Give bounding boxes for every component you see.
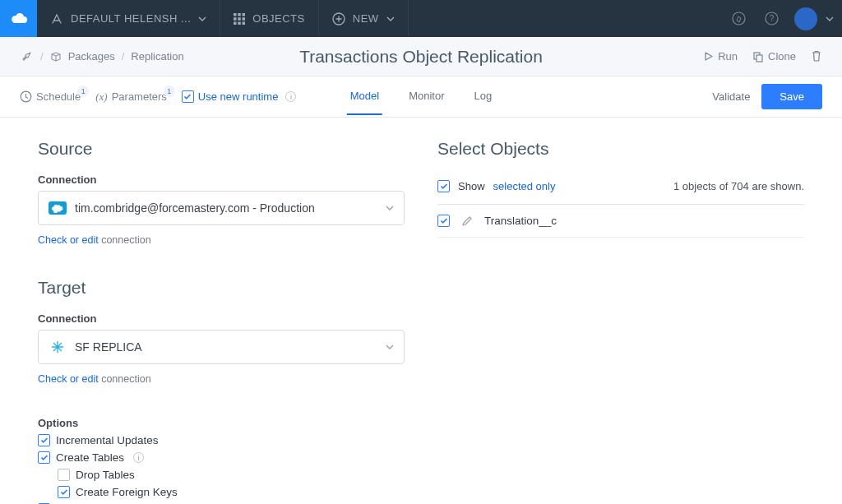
user-menu-chevron[interactable] [821,0,842,37]
fx-icon: (x) [95,90,107,104]
objects-filter-row: Show selected only 1 objects of 704 are … [437,173,804,205]
use-new-runtime-toggle[interactable]: Use new runtime i [182,90,297,103]
option-drop-tables[interactable]: Drop Tables [58,469,405,481]
svg-rect-3 [234,17,237,21]
svg-text:?: ? [769,14,774,23]
workspace-selector[interactable]: DEFAULT HELENSH ... [37,0,220,37]
schedule-button[interactable]: Schedule 1 [20,90,81,103]
salesforce-icon [49,201,67,215]
schedule-badge: 1 [77,86,89,97]
chevron-down-icon [198,16,206,21]
grid-icon [234,13,245,25]
package-icon [50,51,62,62]
right-column: Select Objects Show selected only 1 obje… [437,139,804,504]
delete-button[interactable] [811,50,822,62]
source-connection-value: tim.combridge@forcemastery.com - Product… [75,201,315,215]
svg-rect-0 [234,13,237,16]
help-icon: ? [765,12,779,25]
tab-model[interactable]: Model [347,78,382,115]
svg-rect-7 [238,21,242,25]
checkbox-icon [38,434,50,446]
compass-icon [732,12,746,25]
object-name: Translation__c [484,215,557,227]
clone-button[interactable]: Clone [752,50,796,62]
plus-circle-icon [332,12,345,25]
options-heading: Options [38,417,405,429]
source-heading: Source [38,139,405,159]
svg-rect-5 [243,17,246,21]
source-connection-select[interactable]: tim.combridge@forcemastery.com - Product… [38,191,405,225]
chevron-down-icon [386,16,395,21]
show-label: Show [458,180,485,192]
explore-button[interactable] [722,0,755,37]
nav-objects[interactable]: OBJECTS [220,0,318,37]
breadcrumb-packages[interactable]: Packages [68,50,115,62]
snowflake-icon [49,340,67,354]
target-connection-label: Connection [38,312,405,325]
svg-rect-14 [756,55,762,62]
selected-only-link[interactable]: selected only [493,180,556,192]
nav-new-label: NEW [353,12,379,25]
target-connection-value: SF REPLICA [75,340,142,354]
parameters-button[interactable]: (x) Parameters 1 [95,90,167,104]
svg-rect-4 [238,17,242,21]
nav-new[interactable]: NEW [319,0,409,37]
play-icon [703,51,714,62]
breadcrumb: / Packages / Replication [20,49,184,63]
option-incremental-updates[interactable]: Incremental Updates [38,434,405,446]
target-heading: Target [38,278,405,298]
tab-log[interactable]: Log [471,78,496,115]
checkbox-icon [58,469,70,481]
clock-icon [20,90,32,103]
run-button[interactable]: Run [703,50,738,62]
edit-object-button[interactable] [461,215,473,227]
object-row[interactable]: Translation__c [437,205,804,238]
workspace-label: DEFAULT HELENSH ... [71,12,191,25]
objects-count: 1 objects of 704 are shown. [673,180,804,192]
toolbar: Schedule 1 (x) Parameters 1 Use new runt… [0,76,842,118]
checkbox-icon [38,451,50,464]
main-content: Source Connection tim.combridge@forcemas… [0,118,842,504]
svg-point-10 [733,12,745,25]
app-logo[interactable] [0,0,37,37]
subheader: / Packages / Replication Transactions Ob… [0,37,842,76]
tabs: Model Monitor Log [347,78,495,115]
pencil-icon [461,215,473,227]
source-check-edit-link[interactable]: Check or edit [38,234,99,246]
left-column: Source Connection tim.combridge@forcemas… [38,139,405,504]
nav-objects-label: OBJECTS [252,12,304,25]
checkbox-icon [182,90,194,103]
chevron-down-icon [386,206,394,210]
trash-icon [811,50,822,62]
breadcrumb-current: Replication [131,50,183,62]
svg-rect-2 [243,13,246,16]
option-create-tables[interactable]: Create Tables i [38,451,405,464]
option-create-foreign-keys[interactable]: Create Foreign Keys [58,486,405,498]
page-title: Transactions Object Replication [299,47,543,67]
svg-rect-6 [234,21,237,25]
subheader-actions: Run Clone [703,50,822,62]
copy-icon [752,51,764,62]
chevron-down-icon [386,344,394,349]
svg-rect-1 [238,13,242,16]
info-icon[interactable]: i [285,91,296,102]
target-connection-select[interactable]: SF REPLICA [38,330,405,364]
avatar [794,7,817,30]
info-icon[interactable]: i [133,452,144,463]
user-menu[interactable] [788,0,821,37]
top-nav: DEFAULT HELENSH ... OBJECTS NEW ? [0,0,842,37]
cloud-icon [10,12,28,25]
object-checkbox[interactable] [437,215,450,227]
chevron-down-icon [826,16,834,21]
source-connection-label: Connection [38,173,405,186]
tab-monitor[interactable]: Monitor [405,78,447,115]
parameters-badge: 1 [164,86,175,97]
target-check-edit-link[interactable]: Check or edit [38,373,99,385]
validate-button[interactable]: Validate [712,90,750,103]
show-selected-checkbox[interactable] [437,180,450,192]
svg-rect-8 [243,21,246,25]
help-button[interactable]: ? [755,0,788,37]
pin-icon[interactable] [20,49,34,63]
select-objects-heading: Select Objects [437,139,804,159]
save-button[interactable]: Save [761,84,822,109]
